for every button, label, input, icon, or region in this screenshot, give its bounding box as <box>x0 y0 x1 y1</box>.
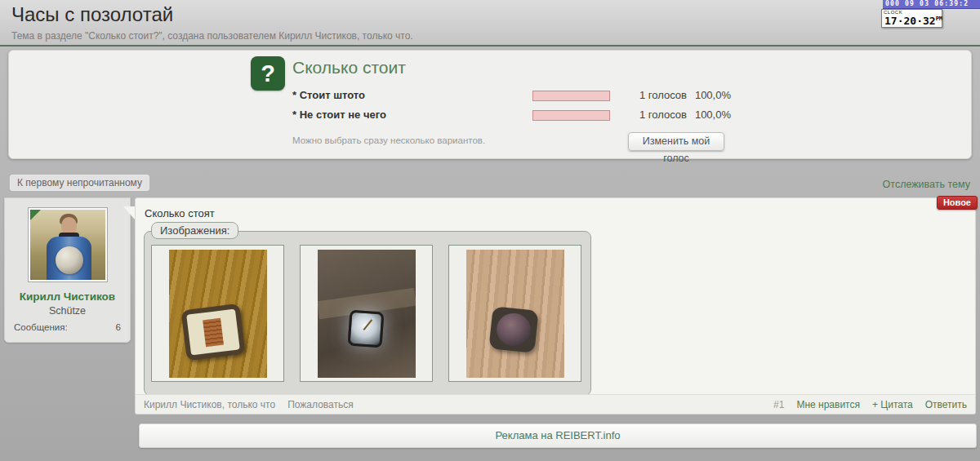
poll-note: Можно выбрать сразу несколько вариантов. <box>292 135 485 145</box>
poll-percent: 100,0% <box>685 109 731 121</box>
author-rank: Schütze <box>5 305 130 317</box>
avatar-photo <box>30 210 105 280</box>
avatar-soccer-ball <box>56 246 83 274</box>
attachments-row <box>151 245 581 382</box>
watch-case-1 <box>180 304 245 361</box>
watch-photo-2 <box>318 250 416 378</box>
page-header: Часы с позолотай Тема в разделе "Сколько… <box>0 0 980 47</box>
watch-photo-1 <box>169 250 267 378</box>
poll-votes: 1 голосов <box>623 89 687 101</box>
clock-gadget: CLOCK 17·20·32PM <box>881 9 942 28</box>
author-card: Кирилл Чистиков Schütze Сообщения: 6 <box>4 197 131 343</box>
author-messages-row: Сообщения: 6 <box>5 322 130 332</box>
poll-option-label: * Стоит штото <box>292 89 365 101</box>
forum-thread-page: Часы с позолотай Тема в разделе "Сколько… <box>0 0 980 461</box>
post-message: Новое Сколько стоят Изображения: <box>135 197 976 414</box>
thread-subtitle: Тема в разделе "Сколько стоит?", создана… <box>11 30 413 42</box>
attachment-thumbnail-3[interactable] <box>448 245 581 382</box>
thread-title: Часы с позолотай <box>11 3 173 26</box>
new-badge: Новое <box>937 196 978 210</box>
attachments-fieldset: Изображения: <box>144 231 591 396</box>
first-unread-button[interactable]: К первому непрочитанному <box>10 175 149 191</box>
messages-label: Сообщения: <box>14 322 68 332</box>
watch-detail-2 <box>363 319 373 330</box>
post-byline: Кирилл Чистиков, только что <box>144 399 275 410</box>
clock-time: 17·20·32PM <box>884 15 942 27</box>
poll-title: Сколько стоит <box>292 58 406 78</box>
counter-gadget: 000 09 03 06:39:2 <box>883 0 980 9</box>
watch-detail-1 <box>203 318 224 347</box>
poll-block: ? Сколько стоит * Стоит штото 1 голосов … <box>8 50 972 159</box>
watch-case-2 <box>348 310 385 348</box>
poll-percent: 100,0% <box>685 89 731 101</box>
author-name-link[interactable]: Кирилл Чистиков <box>5 290 130 303</box>
question-icon: ? <box>251 56 285 91</box>
report-link[interactable]: Пожаловаться <box>287 399 354 410</box>
quote-link[interactable]: + Цитата <box>872 399 913 410</box>
watch-case-3 <box>488 306 538 353</box>
watch-detail-3 <box>495 312 532 348</box>
messages-count[interactable]: 6 <box>116 322 121 332</box>
online-indicator-icon <box>30 210 41 220</box>
attachment-thumbnail-2[interactable] <box>300 245 433 382</box>
reply-link[interactable]: Ответить <box>925 399 967 410</box>
attachment-thumbnail-1[interactable] <box>151 245 284 382</box>
poll-result-bar <box>532 91 610 101</box>
like-link[interactable]: Мне нравится <box>796 399 860 410</box>
avatar[interactable] <box>28 207 108 282</box>
post-number-link[interactable]: #1 <box>773 399 784 410</box>
ad-banner-link[interactable]: Реклама на REIBERT.info <box>139 423 977 448</box>
watch-thread-link[interactable]: Отслеживать тему <box>883 179 970 190</box>
post-footer: Кирилл Чистиков, только что Пожаловаться… <box>136 394 975 414</box>
change-vote-button[interactable]: Изменить мой голос <box>628 132 724 151</box>
post-actions: #1 Мне нравится + Цитата Ответить <box>773 399 967 410</box>
clock-time-value: 17·20·32 <box>884 15 936 27</box>
watch-photo-3 <box>466 250 564 378</box>
post-body-text: Сколько стоят <box>145 207 215 219</box>
attachments-legend: Изображения: <box>151 222 238 239</box>
clock-meridiem: PM <box>936 16 942 22</box>
poll-result-bar <box>532 110 610 121</box>
poll-votes: 1 голосов <box>623 109 687 121</box>
poll-option-label: * Не стоит не чего <box>292 109 386 121</box>
